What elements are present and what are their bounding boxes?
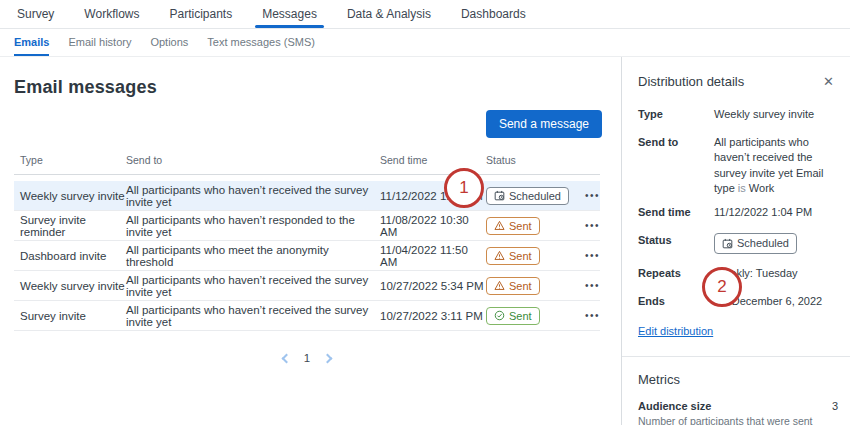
pagination: 1	[14, 352, 600, 364]
ellipsis-icon[interactable]: •••	[585, 308, 600, 323]
status-badge: Sent	[486, 277, 540, 295]
row-status: Scheduled	[486, 187, 572, 205]
tab-survey[interactable]: Survey	[2, 0, 69, 28]
panel-divider	[622, 356, 850, 357]
warning-icon	[494, 220, 505, 231]
row-status: Sent	[486, 307, 572, 325]
table-body: Weekly survey invite All participants wh…	[14, 181, 600, 331]
row-type: Dashboard invite	[20, 250, 126, 262]
page-title: Email messages	[14, 77, 621, 98]
detail-value: Scheduled	[714, 233, 838, 255]
header-status: Status	[486, 154, 572, 166]
detail-row-send-time: Send time 11/12/2022 1:04 PM	[638, 205, 838, 221]
subtab-emails[interactable]: Emails	[14, 29, 49, 56]
header-type: Type	[20, 154, 126, 166]
top-nav: Survey Workflows Participants Messages D…	[0, 0, 850, 29]
panel-title: Distribution details	[638, 74, 744, 89]
row-type: Weekly survey invite	[20, 280, 126, 292]
subtab-email-history[interactable]: Email history	[68, 29, 131, 56]
ellipsis-icon[interactable]: •••	[585, 248, 600, 263]
warning-icon	[494, 250, 505, 261]
chevron-right-icon[interactable]	[323, 353, 333, 363]
row-send-time: 10/27/2022 3:11 PM	[380, 310, 486, 322]
distribution-details-panel: Distribution details ✕ Type Weekly surve…	[621, 57, 850, 425]
ellipsis-icon[interactable]: •••	[585, 188, 600, 203]
check-circle-icon	[494, 310, 505, 321]
status-label: Sent	[509, 280, 532, 292]
tab-messages[interactable]: Messages	[247, 0, 332, 28]
table-row[interactable]: Weekly survey invite All participants wh…	[14, 181, 600, 211]
warning-icon	[494, 280, 505, 291]
tab-workflows[interactable]: Workflows	[69, 0, 154, 28]
toolbar: Send a message	[0, 110, 621, 138]
row-actions: •••	[572, 308, 600, 323]
detail-value: Weekly survey invite	[714, 107, 838, 123]
row-type: Survey invite	[20, 310, 126, 322]
row-type: Weekly survey invite	[20, 190, 126, 202]
detail-label: Type	[638, 107, 714, 123]
panel-header: Distribution details ✕	[638, 73, 838, 90]
ellipsis-icon[interactable]: •••	[585, 278, 600, 293]
row-send-to: All participants who haven’t received th…	[126, 184, 380, 208]
row-send-time: 10/27/2022 5:34 PM	[380, 280, 486, 292]
header-send-time: Send time	[380, 154, 486, 166]
row-status: Sent	[486, 277, 572, 295]
table-row[interactable]: Dashboard invite All participants who me…	[14, 241, 600, 271]
detail-value: All participants who haven’t received th…	[714, 135, 838, 197]
metric-value: 3	[832, 400, 838, 412]
header-actions	[572, 154, 600, 166]
table-row[interactable]: Survey invite reminder All participants …	[14, 211, 600, 241]
row-actions: •••	[572, 218, 600, 233]
panel-status-badge: Scheduled	[714, 233, 797, 255]
tab-dashboards[interactable]: Dashboards	[446, 0, 541, 28]
close-icon[interactable]: ✕	[821, 73, 836, 90]
table-header-row: Type Send to Send time Status	[14, 148, 600, 175]
ellipsis-icon[interactable]: •••	[585, 218, 600, 233]
row-send-time: 11/08/2022 10:30 AM	[380, 214, 486, 238]
chevron-left-icon[interactable]	[281, 353, 291, 363]
status-label: Sent	[509, 250, 532, 262]
annotation-circle-1: 1	[444, 168, 484, 208]
header-send-to: Send to	[126, 154, 380, 166]
status-label: Sent	[509, 220, 532, 232]
page-number[interactable]: 1	[304, 352, 310, 364]
row-send-to: All participants who haven’t received th…	[126, 274, 380, 298]
detail-row-status: Status Scheduled	[638, 233, 838, 255]
status-label: Scheduled	[509, 190, 561, 202]
detail-label: Status	[638, 233, 714, 255]
detail-label: Ends	[638, 294, 714, 310]
detail-row-type: Type Weekly survey invite	[638, 107, 838, 123]
status-badge: Sent	[486, 247, 540, 265]
status-badge: Sent	[486, 217, 540, 235]
send-to-operator: is	[738, 182, 746, 194]
metric-audience-size: Audience size 3 Number of participants t…	[638, 400, 838, 425]
row-send-time: 11/04/2022 11:50 AM	[380, 244, 486, 268]
calendar-clock-icon	[722, 238, 733, 249]
send-to-value: Work	[746, 182, 775, 194]
row-status: Sent	[486, 217, 572, 235]
status-label: Sent	[509, 310, 532, 322]
table-row[interactable]: Survey invite All participants who haven…	[14, 301, 600, 331]
edit-distribution-link[interactable]: Edit distribution	[638, 325, 713, 337]
content-area: Email messages Send a message Type Send …	[0, 57, 850, 425]
row-actions: •••	[572, 248, 600, 263]
detail-label: Send time	[638, 205, 714, 221]
subtab-text-messages[interactable]: Text messages (SMS)	[207, 29, 315, 56]
annotation-circle-2: 2	[702, 267, 742, 307]
sub-nav: Emails Email history Options Text messag…	[0, 29, 850, 57]
row-send-to: All participants who haven’t received th…	[126, 304, 380, 328]
detail-value: 11/12/2022 1:04 PM	[714, 205, 838, 221]
status-label: Scheduled	[737, 236, 789, 252]
app-window: Survey Workflows Participants Messages D…	[0, 0, 850, 425]
tab-participants[interactable]: Participants	[154, 0, 247, 28]
row-type: Survey invite reminder	[20, 214, 126, 238]
metrics-section: Metrics Audience size 3 Number of partic…	[638, 372, 838, 425]
metric-label: Audience size	[638, 400, 711, 412]
detail-row-send-to: Send to All participants who haven’t rec…	[638, 135, 838, 197]
row-actions: •••	[572, 278, 600, 293]
row-send-to: All participants who meet the anonymity …	[126, 244, 380, 268]
subtab-options[interactable]: Options	[150, 29, 188, 56]
tab-data-analysis[interactable]: Data & Analysis	[332, 0, 446, 28]
table-row[interactable]: Weekly survey invite All participants wh…	[14, 271, 600, 301]
send-a-message-button[interactable]: Send a message	[486, 110, 602, 138]
